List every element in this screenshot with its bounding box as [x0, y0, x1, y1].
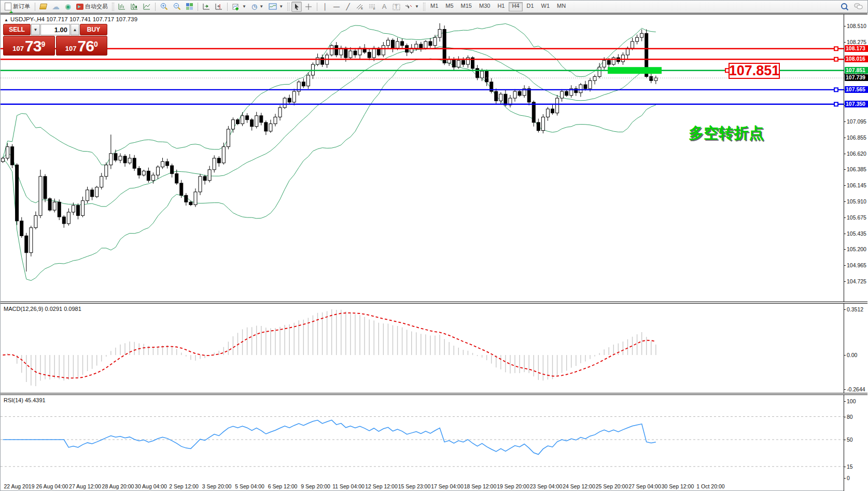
fibonacci-icon: F [369, 3, 376, 10]
time-axis-label: 18 Sep 12:00 [464, 483, 496, 489]
time-axis-label: 9 Sep 20:00 [301, 483, 330, 489]
chat-button[interactable] [852, 2, 865, 12]
volume-input[interactable] [40, 24, 70, 35]
time-axis-label: 26 Aug 04:00 [36, 483, 68, 489]
time-axis-label: 28 Aug 20:00 [102, 483, 134, 489]
timeframe-button-h1[interactable]: H1 [494, 2, 508, 11]
periods-button[interactable]: ◷▼ [249, 2, 265, 12]
axis-tick [844, 389, 846, 390]
axis-tick [844, 401, 846, 402]
market-watch-icon [39, 4, 47, 9]
window-frame-border [1, 13, 867, 15]
rsi-tick: 100 [847, 398, 856, 404]
trendline-tool[interactable]: ╱ [343, 2, 353, 12]
main-toolbar: 新订单 ☁ ◉ 自动交易 ▼ ◷▼ ▼ │ — ╱ E F A T [1, 1, 867, 13]
price-callout-label[interactable]: 107.851 [729, 63, 780, 79]
price-axis[interactable]: 108.510108.275108.040107.800107.565107.3… [844, 13, 868, 491]
timeframe-button-d1[interactable]: D1 [524, 2, 537, 11]
search-button[interactable] [838, 2, 851, 12]
collapse-marker-icon: ▲ [4, 18, 8, 22]
timeframe-button-mn[interactable]: MN [554, 2, 569, 11]
dropdown-caret: ▼ [279, 4, 283, 9]
fibonacci-tool[interactable]: F [367, 2, 378, 12]
axis-tick [844, 154, 846, 154]
signals-button[interactable]: ◉ [63, 2, 73, 12]
price-tick: 108.275 [847, 39, 866, 45]
toolbar-separator [198, 3, 198, 11]
price-tick: 104.965 [847, 262, 866, 268]
channel-tool[interactable]: E [354, 2, 366, 12]
chart-title: ▲USDJPY-,H4 107.717 107.741 107.717 107.… [4, 16, 137, 22]
sell-button[interactable]: SELL [3, 24, 31, 35]
new-order-button[interactable]: 新订单 [3, 2, 32, 12]
price-chart-canvas[interactable] [1, 14, 844, 302]
signal-icon: ◉ [65, 4, 71, 10]
price-tick: 104.725 [847, 278, 866, 284]
templates-button[interactable]: ▼ [267, 2, 285, 12]
new-order-icon [5, 3, 11, 10]
vertical-line-tool[interactable]: │ [320, 2, 330, 12]
level-price-chip: 107.565 [845, 86, 868, 93]
timeframe-button-m15[interactable]: M15 [458, 2, 475, 11]
line-chart-icon [143, 3, 150, 10]
timeframe-button-m1[interactable]: M1 [427, 2, 441, 11]
macd-tick: -0.2644 [847, 386, 865, 392]
time-axis[interactable]: 22 Aug 201926 Aug 04:0027 Aug 12:0028 Au… [1, 481, 844, 491]
cursor-tool-button[interactable] [291, 2, 302, 12]
crosshair-tool-button[interactable] [303, 2, 314, 12]
text-icon: A [382, 3, 387, 10]
sell-price-prefix: 107 [12, 44, 24, 54]
axis-tick [844, 185, 846, 186]
timeframe-button-h4[interactable]: H4 [509, 2, 522, 11]
rsi-canvas[interactable] [1, 395, 844, 481]
timeframe-button-m5[interactable]: M5 [442, 2, 456, 11]
chart-shift-button[interactable] [213, 2, 225, 12]
axis-tick [844, 169, 846, 170]
level-price-chip: 107.350 [845, 101, 868, 107]
axis-tick [844, 42, 846, 43]
time-axis-label: 2 Sep 12:00 [169, 483, 199, 489]
horizontal-line-tool[interactable]: — [331, 2, 342, 12]
sell-price-box[interactable]: 107 73 9 [3, 36, 55, 56]
panel-separator[interactable] [1, 393, 867, 395]
zoom-in-button[interactable] [158, 2, 170, 12]
buy-price-big: 76 [78, 38, 94, 54]
clock-icon: ◷ [251, 4, 257, 10]
bar-chart-button[interactable] [116, 2, 128, 12]
zoom-out-button[interactable] [171, 2, 183, 12]
data-window-button[interactable]: ☁ [50, 2, 62, 12]
panel-separator[interactable] [1, 302, 867, 304]
rsi-tick: 50 [847, 437, 853, 443]
macd-canvas[interactable] [1, 304, 844, 393]
svg-text:T: T [395, 4, 398, 10]
tile-windows-button[interactable] [184, 2, 195, 12]
price-tick: 106.385 [847, 166, 866, 172]
text-label-tool[interactable]: T [390, 2, 402, 12]
axis-tick [844, 467, 846, 467]
time-axis-label: 27 Sep 04:00 [628, 483, 661, 489]
text-tool[interactable]: A [379, 2, 389, 12]
buy-price-box[interactable]: 107 76 0 [56, 36, 108, 56]
toolbar-separator [35, 3, 35, 11]
arrows-icon [405, 3, 413, 10]
line-chart-button[interactable] [141, 2, 152, 12]
auto-scroll-button[interactable] [201, 2, 212, 12]
timeframe-button-m30[interactable]: M30 [476, 2, 493, 11]
time-axis-label: 30 Aug 04:00 [135, 483, 167, 489]
volume-increase-button[interactable]: ▲ [71, 24, 79, 35]
buy-button[interactable]: BUY [80, 24, 107, 35]
timeframe-button-w1[interactable]: W1 [538, 2, 553, 11]
level-price-chip: 108.016 [845, 56, 868, 62]
turning-point-annotation[interactable]: 多空转折点 [689, 123, 764, 144]
time-axis-label: 25 Sep 20:00 [596, 483, 628, 489]
market-watch-button[interactable] [38, 2, 49, 12]
current-price-chip: 107.739 [845, 74, 868, 81]
candlestick-chart-button[interactable] [129, 2, 140, 12]
timeframe-group: M1M5M15M30H1H4D1W1MN [427, 2, 569, 11]
arrows-tool[interactable]: ▼ [403, 2, 421, 12]
time-axis-label: 15 Sep 23:00 [398, 483, 430, 489]
indicators-button[interactable]: ▼ [230, 2, 248, 12]
volume-decrease-button[interactable]: ▼ [31, 24, 40, 35]
price-tick: 106.855 [847, 134, 866, 141]
auto-trading-button[interactable]: 自动交易 [74, 2, 110, 12]
